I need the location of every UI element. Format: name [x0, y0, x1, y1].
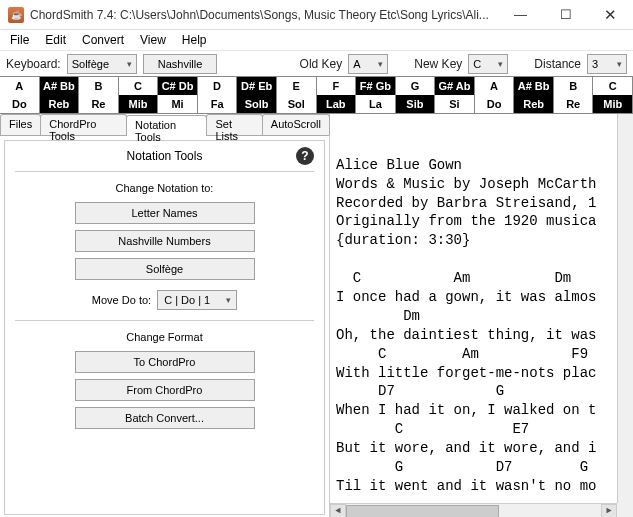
- piano-key[interactable]: Lab: [317, 95, 357, 113]
- piano-key[interactable]: Mib: [119, 95, 159, 113]
- tab-notation-tools[interactable]: Notation Tools: [126, 115, 207, 136]
- piano-key[interactable]: A: [0, 77, 40, 95]
- piano-key[interactable]: F# Gb: [356, 77, 396, 95]
- piano-key[interactable]: Reb: [40, 95, 80, 113]
- tab-set-lists[interactable]: Set Lists: [206, 114, 262, 135]
- keyboard-label: Keyboard:: [6, 57, 61, 71]
- solfege-button[interactable]: Solfège: [75, 258, 255, 280]
- lyrics-text: Alice Blue Gown Words & Music by Joseph …: [336, 156, 627, 517]
- menu-convert[interactable]: Convert: [76, 31, 130, 49]
- piano-key[interactable]: B: [79, 77, 119, 95]
- keyboard-select[interactable]: Solfège: [67, 54, 137, 74]
- piano-key[interactable]: C: [119, 77, 159, 95]
- oldkey-label: Old Key: [300, 57, 343, 71]
- change-notation-label: Change Notation to:: [116, 182, 214, 194]
- piano-key[interactable]: E: [277, 77, 317, 95]
- piano-key[interactable]: F: [317, 77, 357, 95]
- piano-key[interactable]: Sib: [396, 95, 436, 113]
- piano-key[interactable]: A# Bb: [40, 77, 80, 95]
- piano-key[interactable]: Solb: [237, 95, 277, 113]
- piano-key[interactable]: La: [356, 95, 396, 113]
- nashville-numbers-button[interactable]: Nashville Numbers: [75, 230, 255, 252]
- piano-key[interactable]: Do: [475, 95, 515, 113]
- move-do-label: Move Do to:: [92, 294, 151, 306]
- piano-key[interactable]: Fa: [198, 95, 238, 113]
- change-format-label: Change Format: [126, 331, 202, 343]
- piano-key[interactable]: Re: [79, 95, 119, 113]
- move-do-select[interactable]: C | Do | 1: [157, 290, 237, 310]
- scroll-left-arrow[interactable]: ◄: [330, 504, 346, 518]
- letter-names-button[interactable]: Letter Names: [75, 202, 255, 224]
- piano-key[interactable]: G: [396, 77, 436, 95]
- nashville-button[interactable]: Nashville: [143, 54, 218, 74]
- piano-key[interactable]: D: [198, 77, 238, 95]
- menu-view[interactable]: View: [134, 31, 172, 49]
- piano-key[interactable]: D# Eb: [237, 77, 277, 95]
- menu-file[interactable]: File: [4, 31, 35, 49]
- piano-key[interactable]: A# Bb: [514, 77, 554, 95]
- oldkey-select[interactable]: A: [348, 54, 388, 74]
- menu-help[interactable]: Help: [176, 31, 213, 49]
- piano-key[interactable]: Do: [0, 95, 40, 113]
- distance-select[interactable]: 3: [587, 54, 627, 74]
- menu-edit[interactable]: Edit: [39, 31, 72, 49]
- scroll-thumb[interactable]: [346, 505, 499, 518]
- horizontal-scrollbar[interactable]: ◄ ►: [330, 503, 617, 517]
- newkey-select[interactable]: C: [468, 54, 508, 74]
- piano-key[interactable]: A: [475, 77, 515, 95]
- tab-chordpro-tools[interactable]: ChordPro Tools: [40, 114, 127, 135]
- piano-key[interactable]: B: [554, 77, 594, 95]
- piano-key[interactable]: C: [593, 77, 633, 95]
- batch-convert-button[interactable]: Batch Convert...: [75, 407, 255, 429]
- panel-title: Notation Tools: [127, 149, 203, 163]
- piano-key[interactable]: G# Ab: [435, 77, 475, 95]
- piano-key[interactable]: Re: [554, 95, 594, 113]
- vertical-scrollbar[interactable]: [617, 114, 633, 503]
- menu-bar: File Edit Convert View Help: [0, 30, 633, 50]
- maximize-button[interactable]: ☐: [543, 0, 588, 30]
- piano-key[interactable]: Si: [435, 95, 475, 113]
- piano-key[interactable]: Mib: [593, 95, 633, 113]
- piano-keyboard: AA# BbBCC# DbDD# EbEFF# GbGG# AbAA# BbBC…: [0, 76, 633, 114]
- close-button[interactable]: ✕: [588, 0, 633, 30]
- app-icon: ☕: [8, 7, 24, 23]
- piano-key[interactable]: Sol: [277, 95, 317, 113]
- window-title: ChordSmith 7.4: C:\Users\John\Documents\…: [30, 8, 498, 22]
- minimize-button[interactable]: —: [498, 0, 543, 30]
- newkey-label: New Key: [414, 57, 462, 71]
- lyrics-editor[interactable]: Alice Blue Gown Words & Music by Joseph …: [330, 114, 633, 517]
- piano-key[interactable]: Mi: [158, 95, 198, 113]
- piano-key[interactable]: C# Db: [158, 77, 198, 95]
- tab-autoscroll[interactable]: AutoScroll: [262, 114, 330, 135]
- help-icon[interactable]: ?: [296, 147, 314, 165]
- piano-key[interactable]: Reb: [514, 95, 554, 113]
- tab-files[interactable]: Files: [0, 114, 41, 135]
- from-chordpro-button[interactable]: From ChordPro: [75, 379, 255, 401]
- scroll-right-arrow[interactable]: ►: [601, 504, 617, 518]
- distance-label: Distance: [534, 57, 581, 71]
- to-chordpro-button[interactable]: To ChordPro: [75, 351, 255, 373]
